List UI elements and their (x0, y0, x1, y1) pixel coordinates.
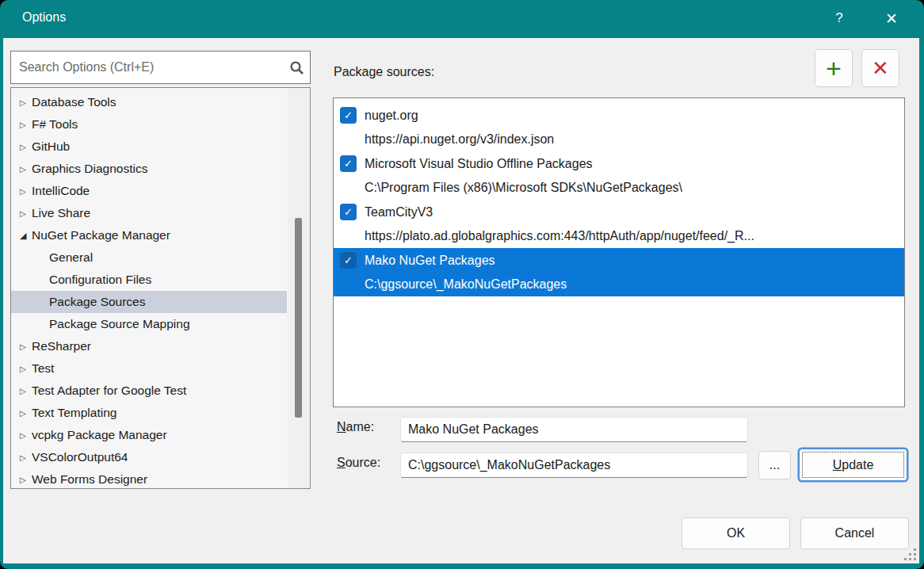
name-input[interactable]: Mako NuGet Packages (400, 417, 748, 442)
tree-item-label: GitHub (32, 139, 70, 154)
tree-item[interactable]: Configuration Files (11, 269, 287, 291)
close-icon: ✕ (885, 10, 898, 28)
tree-item-label: Live Share (32, 206, 90, 220)
tree-item-label: IntelliCode (32, 184, 90, 198)
package-source-name: Mako NuGet Packages (365, 254, 495, 268)
close-button[interactable]: ✕ (873, 0, 910, 36)
tree-scrollbar[interactable] (288, 88, 309, 488)
tree-item[interactable]: Package Source Mapping (11, 313, 287, 335)
tree-expander-icon[interactable]: ▷ (20, 475, 31, 484)
package-source-url: C:\Program Files (x86)\Microsoft SDKs\Nu… (365, 176, 904, 200)
tree-item[interactable]: ▷ Web Forms Designer (11, 468, 287, 489)
help-icon: ? (835, 10, 842, 26)
checkmark-icon: ✓ (344, 110, 353, 120)
package-source-checkbox[interactable]: ✓ (340, 204, 357, 220)
tree-item-label: Web Forms Designer (32, 472, 147, 487)
tree-item[interactable]: ◢ NuGet Package Manager (11, 224, 287, 246)
options-tree: ▷ Database Tools ▷ F# Tools ▷ GitHub ▷ G… (10, 87, 311, 489)
tree-item-label: Graphics Diagnostics (32, 162, 147, 176)
ok-button[interactable]: OK (682, 517, 790, 549)
cancel-button[interactable]: Cancel (800, 517, 909, 549)
checkmark-icon: ✓ (344, 255, 353, 265)
tree-item[interactable]: Package Sources (11, 291, 287, 313)
tree-expander-icon[interactable]: ▷ (20, 120, 31, 129)
plus-icon: + (826, 53, 842, 84)
package-source-checkbox[interactable]: ✓ (340, 107, 357, 124)
tree-item[interactable]: ▷ GitHub (11, 136, 287, 158)
add-source-button[interactable]: + (815, 49, 853, 87)
package-source-checkbox[interactable]: ✓ (340, 252, 357, 269)
package-source-title-line: ✓ nuget.org (334, 103, 904, 128)
package-source-url: https://api.nuget.org/v3/index.json (365, 128, 904, 151)
browse-button[interactable]: ... (758, 451, 791, 479)
tree-item-label: Package Source Mapping (49, 317, 190, 331)
tree-expander-icon[interactable]: ▷ (20, 409, 31, 418)
tree-item[interactable]: ▷ Live Share (11, 202, 287, 224)
source-label: Source: (337, 456, 380, 470)
package-source-title-line: ✓ Microsoft Visual Studio Offline Packag… (334, 151, 904, 176)
tree-list: ▷ Database Tools ▷ F# Tools ▷ GitHub ▷ G… (11, 91, 310, 489)
tree-expander-icon[interactable]: ▷ (20, 143, 31, 151)
tree-item-label: ReSharper (32, 339, 91, 353)
tree-expander-icon[interactable]: ▷ (20, 209, 31, 218)
tree-item[interactable]: ▷ Text Templating (11, 402, 287, 424)
package-source-row[interactable]: ✓ Microsoft Visual Studio Offline Packag… (334, 151, 904, 200)
tree-item[interactable]: ▷ Test Adapter for Google Test (11, 380, 287, 402)
package-sources-list: ✓ nuget.org https://api.nuget.org/v3/ind… (333, 97, 905, 407)
help-button[interactable]: ? (821, 0, 857, 36)
tree-expander-icon[interactable]: ▷ (20, 98, 31, 107)
tree-item[interactable]: ▷ vcpkg Package Manager (11, 424, 287, 446)
search-options-input[interactable]: Search Options (Ctrl+E) (10, 51, 311, 84)
title-bar[interactable]: Options ? ✕ (0, 0, 924, 38)
package-source-title-line: ✓ Mako NuGet Packages (334, 248, 904, 273)
search-icon[interactable] (283, 60, 310, 75)
tree-expander-icon[interactable]: ◢ (20, 231, 31, 241)
package-sources-label: Package sources: (334, 65, 434, 79)
tree-item-label: VSColorOutput64 (32, 450, 128, 464)
tree-expander-icon[interactable]: ▷ (20, 342, 31, 351)
package-source-name: TeamCityV3 (365, 205, 433, 220)
checkmark-icon: ✓ (344, 207, 353, 217)
tree-item-label: General (49, 250, 93, 265)
tree-item-label: vcpkg Package Manager (32, 428, 167, 442)
update-button[interactable]: Update (799, 449, 907, 481)
tree-expander-icon[interactable]: ▷ (20, 387, 31, 395)
tree-item-label: Text Templating (32, 406, 116, 420)
package-source-name: Microsoft Visual Studio Offline Packages (365, 157, 593, 171)
tree-expander-icon[interactable]: ▷ (20, 431, 31, 440)
package-source-row[interactable]: ✓ Mako NuGet Packages C:\ggsource\_MakoN… (334, 248, 904, 296)
source-input[interactable]: C:\ggsource\_MakoNuGetPackages (400, 453, 748, 478)
dialog-body: Search Options (Ctrl+E) ▷ Database Tools… (3, 38, 919, 563)
tree-item-label: Test Adapter for Google Test (32, 384, 186, 398)
name-label: Name: (337, 420, 374, 434)
remove-source-button[interactable]: ✕ (861, 49, 899, 87)
tree-item[interactable]: ▷ ReSharper (11, 335, 287, 357)
remove-icon: ✕ (872, 56, 889, 81)
tree-expander-icon[interactable]: ▷ (20, 187, 31, 196)
search-placeholder: Search Options (Ctrl+E) (11, 60, 283, 74)
tree-item[interactable]: General (11, 246, 287, 269)
tree-item-label: Database Tools (32, 95, 116, 109)
tree-scrollbar-thumb[interactable] (295, 218, 302, 418)
window-title: Options (22, 10, 66, 25)
tree-item[interactable]: ▷ IntelliCode (11, 180, 287, 202)
package-source-name: nuget.org (365, 109, 418, 123)
package-source-row[interactable]: ✓ TeamCityV3 https://plato.ad.globalgrap… (334, 200, 904, 248)
package-source-title-line: ✓ TeamCityV3 (334, 200, 904, 224)
tree-expander-icon[interactable]: ▷ (20, 165, 31, 174)
package-source-url: C:\ggsource\_MakoNuGetPackages (365, 273, 904, 296)
tree-item-label: Test (32, 361, 54, 376)
tree-item[interactable]: ▷ Database Tools (11, 91, 287, 113)
tree-item-label: NuGet Package Manager (32, 228, 170, 242)
tree-item-label: F# Tools (32, 117, 78, 132)
tree-expander-icon[interactable]: ▷ (20, 365, 31, 373)
tree-item[interactable]: ▷ F# Tools (11, 113, 287, 136)
tree-expander-icon[interactable]: ▷ (20, 453, 31, 462)
resize-grip[interactable] (903, 548, 916, 562)
tree-item[interactable]: ▷ Test (11, 357, 287, 380)
package-source-checkbox[interactable]: ✓ (340, 155, 357, 172)
package-source-url: https://plato.ad.globalgraphics.com:443/… (365, 224, 904, 248)
package-source-row[interactable]: ✓ nuget.org https://api.nuget.org/v3/ind… (334, 103, 904, 151)
tree-item[interactable]: ▷ VSColorOutput64 (11, 446, 287, 468)
tree-item[interactable]: ▷ Graphics Diagnostics (11, 158, 287, 180)
